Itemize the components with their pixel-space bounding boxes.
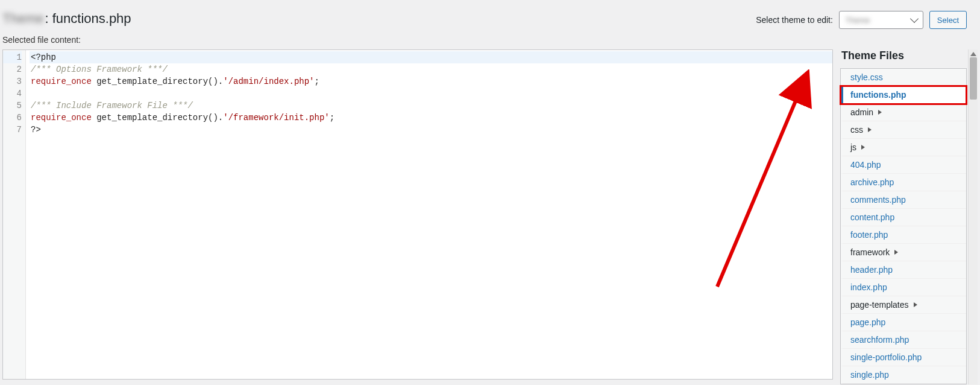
code-line[interactable]: require_once get_template_directory().'/… <box>30 112 832 124</box>
file-label: functions.php <box>850 90 906 100</box>
sidebar-title: Theme Files <box>840 49 967 62</box>
triangle-right-icon <box>868 127 872 132</box>
file-item[interactable]: comments.php <box>841 191 966 209</box>
file-label: searchform.php <box>850 335 909 345</box>
file-item[interactable]: page.php <box>841 314 966 331</box>
file-item[interactable]: archive.php <box>841 174 966 191</box>
file-label: comments.php <box>850 195 906 205</box>
folder-label: framework <box>850 247 890 257</box>
line-number: 4 <box>3 88 22 100</box>
code-line[interactable]: require_once get_template_directory().'/… <box>30 75 832 88</box>
file-item[interactable]: footer.php <box>841 226 966 244</box>
file-list: style.cssfunctions.phpadmincssjs404.phpa… <box>840 68 967 384</box>
folder-label: css <box>850 125 863 135</box>
folder-label: page-templates <box>850 300 909 310</box>
file-item[interactable]: header.php <box>841 261 966 279</box>
file-label: archive.php <box>850 177 894 187</box>
code-line[interactable]: /*** Include Framework File ***/ <box>30 100 832 112</box>
code-line[interactable]: <?php <box>30 51 832 63</box>
file-label: style.css <box>850 72 883 82</box>
folder-item[interactable]: js <box>841 139 966 156</box>
line-number: 1 <box>3 51 22 63</box>
line-number: 5 <box>3 100 22 112</box>
triangle-right-icon <box>861 145 865 150</box>
page-header: Theme: functions.php Select theme to edi… <box>0 0 978 35</box>
selected-file-content-label: Selected file content: <box>0 35 978 49</box>
code-line[interactable]: /*** Options Framework ***/ <box>30 63 832 75</box>
file-label: content.php <box>850 212 894 222</box>
file-label: header.php <box>850 265 893 275</box>
theme-picker: Select theme to edit: Theme Select <box>756 8 967 29</box>
file-item[interactable]: style.css <box>841 69 966 86</box>
editor-code[interactable]: <?php/*** Options Framework ***/require_… <box>26 50 832 379</box>
folder-label: js <box>850 142 856 152</box>
file-item[interactable]: content.php <box>841 209 966 226</box>
folder-item[interactable]: css <box>841 121 966 139</box>
theme-name-blurred: Theme <box>2 11 43 27</box>
triangle-right-icon <box>894 250 898 255</box>
folder-item[interactable]: page-templates <box>841 296 966 314</box>
file-item[interactable]: single-portfolio.php <box>841 349 966 366</box>
file-item[interactable]: single.php <box>841 366 966 384</box>
editor-gutter: 1234567 <box>3 50 26 379</box>
scrollbar-up-arrow-icon[interactable] <box>970 52 976 56</box>
theme-select[interactable]: Theme <box>839 11 923 29</box>
triangle-right-icon <box>878 110 882 115</box>
page-title-filename: : functions.php <box>45 11 131 26</box>
theme-picker-label: Select theme to edit: <box>756 15 833 25</box>
theme-select-value-blurred: Theme <box>846 16 870 25</box>
line-number: 6 <box>3 112 22 124</box>
theme-files-sidebar: Theme Files style.cssfunctions.phpadminc… <box>833 49 967 384</box>
select-button[interactable]: Select <box>929 11 967 29</box>
file-label: single.php <box>850 370 889 380</box>
main-layout: 1234567 <?php/*** Options Framework ***/… <box>0 49 978 384</box>
folder-label: admin <box>850 107 873 117</box>
line-number: 2 <box>3 63 22 75</box>
file-label: index.php <box>850 282 887 292</box>
folder-item[interactable]: admin <box>841 104 966 121</box>
file-item[interactable]: 404.php <box>841 156 966 174</box>
file-item[interactable]: functions.php <box>841 86 966 104</box>
file-item[interactable]: index.php <box>841 279 966 296</box>
file-label: single-portfolio.php <box>850 352 922 362</box>
file-item[interactable]: searchform.php <box>841 331 966 349</box>
page-title: Theme: functions.php <box>2 11 131 27</box>
file-label: footer.php <box>850 230 888 240</box>
code-editor[interactable]: 1234567 <?php/*** Options Framework ***/… <box>2 49 833 380</box>
line-number: 3 <box>3 75 22 88</box>
file-label: page.php <box>850 317 885 327</box>
file-label: 404.php <box>850 160 881 170</box>
line-number: 7 <box>3 124 22 136</box>
scrollbar-thumb[interactable] <box>970 57 977 100</box>
scrollbar[interactable] <box>968 49 978 384</box>
code-line[interactable]: ?> <box>30 124 832 136</box>
code-line[interactable] <box>30 88 832 100</box>
folder-item[interactable]: framework <box>841 244 966 261</box>
chevron-down-icon <box>910 14 919 23</box>
triangle-right-icon <box>914 302 917 307</box>
